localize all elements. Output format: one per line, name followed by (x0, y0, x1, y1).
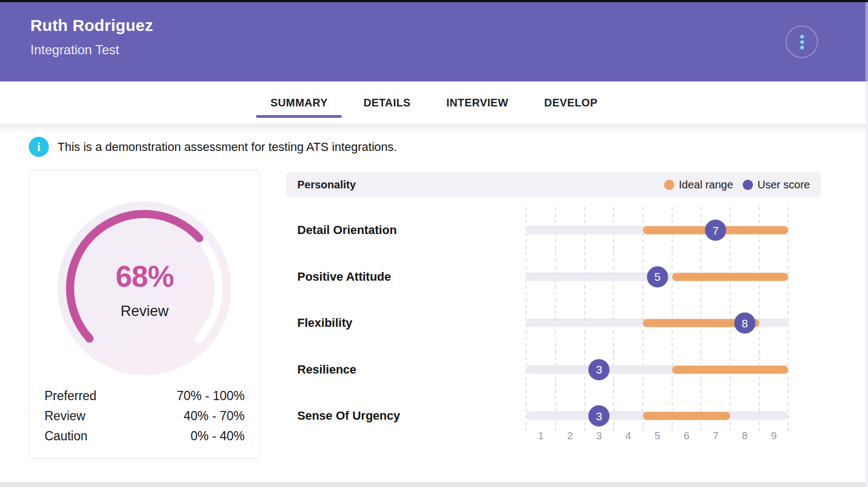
info-icon: i (29, 137, 49, 157)
tab-summary[interactable]: SUMMARY (256, 81, 341, 124)
kebab-menu-icon (800, 46, 804, 49)
kebab-menu-icon (800, 35, 804, 39)
trait-label: Resilience (297, 363, 356, 377)
user-score-marker: 7 (705, 220, 726, 241)
threshold-row-review: Review 40% - 70% (44, 406, 245, 426)
demo-banner: i This is a demonstration assessment for… (29, 137, 397, 157)
panel-title: Personality (297, 179, 356, 191)
tab-bar: SUMMARY DETAILS INTERVIEW DEVELOP (0, 81, 868, 124)
scrollbar-track[interactable] (865, 81, 868, 487)
personality-panel: Personality Ideal range User score Detai… (286, 172, 821, 451)
x-axis-tick-label: 5 (655, 430, 661, 442)
user-score-marker: 8 (734, 313, 755, 334)
threshold-range: 0% - 40% (190, 426, 245, 446)
tab-develop[interactable]: DEVELOP (530, 81, 611, 124)
candidate-name: Ruth Rodriguez (30, 16, 153, 35)
user-score-marker: 3 (589, 406, 610, 427)
overall-score-band: Review (29, 303, 260, 320)
ideal-range-dot-icon (664, 180, 674, 190)
x-axis-tick-label: 3 (596, 430, 602, 442)
threshold-label: Caution (44, 426, 87, 446)
assessment-summary-screen: Ruth Rodriguez Integration Test SUMMARY … (0, 0, 868, 487)
legend-label: Ideal range (679, 179, 733, 191)
tab-interview[interactable]: INTERVIEW (432, 81, 522, 124)
x-axis-tick-label: 8 (742, 430, 748, 442)
ideal-range-bar (672, 273, 789, 281)
legend-item-ideal-range: Ideal range (664, 179, 733, 191)
threshold-row-caution: Caution 0% - 40% (44, 426, 245, 446)
trait-label: Flexibility (297, 316, 352, 330)
personality-panel-header: Personality Ideal range User score (286, 172, 821, 197)
more-options-button[interactable] (786, 26, 818, 58)
tab-details[interactable]: DETAILS (349, 81, 425, 124)
threshold-row-preferred: Preferred 70% - 100% (44, 386, 245, 406)
threshold-range: 70% - 100% (177, 386, 245, 406)
ideal-range-bar (643, 412, 730, 420)
user-score-marker: 3 (589, 359, 610, 380)
personality-chart: Detail Orientation7Positive Attitude5Fle… (286, 197, 821, 451)
x-axis-tick-label: 9 (771, 430, 777, 442)
user-score-marker: 5 (647, 266, 668, 287)
trait-label: Detail Orientation (297, 223, 397, 237)
demo-banner-text: This is a demonstration assessment for t… (58, 140, 397, 154)
threshold-label: Preferred (44, 386, 97, 406)
user-score-dot-icon (743, 180, 753, 190)
assessment-title: Integration Test (30, 42, 119, 58)
legend-item-user-score: User score (743, 179, 810, 191)
overall-score-card: 68% Review Preferred 70% - 100% Review 4… (29, 170, 260, 459)
score-threshold-list: Preferred 70% - 100% Review 40% - 70% Ca… (44, 386, 245, 446)
trait-label: Positive Attitude (297, 270, 391, 284)
threshold-label: Review (44, 406, 85, 426)
kebab-menu-icon (800, 40, 804, 44)
scrollbar-track-header (865, 2, 868, 81)
bottom-edge-strip (0, 482, 868, 487)
x-axis-tick-label: 7 (713, 430, 719, 442)
x-axis-tick-label: 1 (538, 430, 544, 442)
legend-label: User score (757, 179, 810, 191)
candidate-header: Ruth Rodriguez Integration Test (0, 2, 868, 81)
trait-label: Sense Of Urgency (297, 409, 400, 423)
ideal-range-bar (672, 365, 789, 374)
overall-score-percent: 68% (29, 259, 260, 294)
x-axis-tick-label: 4 (626, 430, 631, 442)
score-gauge: 68% Review (29, 170, 260, 388)
tabbar-shadow (0, 124, 868, 132)
chart-gridline (788, 207, 789, 434)
threshold-range: 40% - 70% (183, 406, 245, 426)
x-axis-tick-label: 6 (684, 430, 690, 442)
x-axis-tick-label: 2 (567, 430, 573, 442)
chart-legend: Ideal range User score (664, 179, 810, 191)
